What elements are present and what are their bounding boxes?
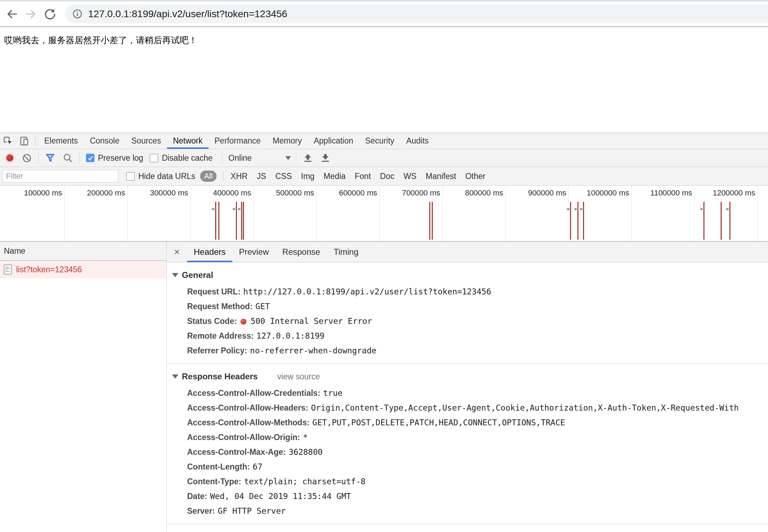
details-tab-response[interactable]: Response xyxy=(276,242,327,262)
disable-cache-checkbox[interactable] xyxy=(150,154,158,162)
network-toolbar: Preserve log Disable cache Online xyxy=(0,149,768,167)
devtools-tab-performance[interactable]: Performance xyxy=(208,133,267,149)
header-line: Access-Control-Allow-Methods:GET,PUT,POS… xyxy=(187,415,768,430)
browser-toolbar: 127.0.0.1:8199/api.v2/user/list?token=12… xyxy=(0,0,768,27)
upload-icon xyxy=(303,153,313,163)
devtools-tab-network[interactable]: Network xyxy=(167,133,208,149)
address-bar[interactable]: 127.0.0.1:8199/api.v2/user/list?token=12… xyxy=(65,5,768,23)
general-section: General Request URL:http://127.0.0.1:819… xyxy=(167,262,768,364)
timeline-overview[interactable]: 100000 ms 200000 ms 300000 ms 400000 ms … xyxy=(0,186,768,242)
details-tabbar: × Headers Preview Response Timing xyxy=(167,242,768,262)
devtools-tab-sources[interactable]: Sources xyxy=(125,133,167,149)
view-source-link[interactable]: view source xyxy=(277,372,320,381)
device-toolbar-button[interactable] xyxy=(16,133,32,149)
forward-button[interactable] xyxy=(24,7,38,21)
header-line: Access-Control-Allow-Credentials:true xyxy=(187,386,768,400)
filter-type-manifest[interactable]: Manifest xyxy=(426,172,456,181)
filter-type-media[interactable]: Media xyxy=(324,172,346,181)
network-filter-bar: Hide data URLs All XHR JS CSS Img Media … xyxy=(0,167,768,186)
devtools-panel: Elements Console Sources Network Perform… xyxy=(0,133,768,532)
header-line: Access-Control-Max-Age:3628800 xyxy=(187,445,768,459)
timeline-filler xyxy=(758,186,768,241)
hide-data-urls-label[interactable]: Hide data URLs xyxy=(138,172,195,181)
document-icon xyxy=(4,264,12,275)
device-icon xyxy=(19,136,29,146)
filter-type-ws[interactable]: WS xyxy=(403,172,416,181)
filter-type-other[interactable]: Other xyxy=(465,172,485,181)
filter-toggle-button[interactable] xyxy=(45,153,55,163)
filter-type-img[interactable]: Img xyxy=(301,172,315,181)
filter-type-xhr[interactable]: XHR xyxy=(231,172,248,181)
collapse-triangle-icon[interactable] xyxy=(172,273,178,277)
timeline-tick: 200000 ms xyxy=(65,186,128,241)
url-text[interactable]: 127.0.0.1:8199/api.v2/user/list?token=12… xyxy=(88,8,287,20)
network-main: Name list?token=123456 × Headers xyxy=(0,242,768,532)
filter-type-css[interactable]: CSS xyxy=(275,172,292,181)
preserve-log-label[interactable]: Preserve log xyxy=(98,153,143,163)
devtools-tab-elements[interactable]: Elements xyxy=(38,133,84,149)
devtools-tab-application[interactable]: Application xyxy=(308,133,359,149)
general-section-title: General xyxy=(182,270,213,280)
devtools-tab-security[interactable]: Security xyxy=(359,133,400,149)
inspect-cursor-icon xyxy=(3,136,13,146)
collapse-triangle-icon[interactable] xyxy=(172,374,178,379)
requests-table-header[interactable]: Name xyxy=(0,242,166,261)
export-har-button[interactable] xyxy=(320,153,330,163)
filter-type-font[interactable]: Font xyxy=(355,172,371,181)
hide-data-urls-checkbox[interactable] xyxy=(126,172,135,181)
record-button[interactable] xyxy=(6,154,13,161)
timeline-request-dot xyxy=(700,208,703,210)
timeline-event-bar xyxy=(218,202,219,240)
timeline-tick: 300000 ms xyxy=(128,186,191,241)
devtools-tabbar: Elements Console Sources Network Perform… xyxy=(0,133,768,149)
search-icon xyxy=(63,153,73,163)
details-tab-preview[interactable]: Preview xyxy=(232,242,276,262)
filter-type-all[interactable]: All xyxy=(200,171,216,182)
import-har-button[interactable] xyxy=(303,153,313,163)
status-error-dot xyxy=(240,319,246,325)
header-line: Content-Length:67 xyxy=(187,459,768,474)
devtools-tab-audits[interactable]: Audits xyxy=(400,133,435,149)
header-line: Date:Wed, 04 Dec 2019 11:35:44 GMT xyxy=(187,489,768,504)
divider xyxy=(223,171,223,181)
timeline-tick: 500000 ms xyxy=(254,186,317,241)
request-name: list?token=123456 xyxy=(16,265,82,274)
inspect-element-button[interactable] xyxy=(0,133,16,149)
timeline-tick: 1100000 ms xyxy=(632,186,695,241)
timeline-event-bar xyxy=(729,202,730,240)
headers-view: General Request URL:http://127.0.0.1:819… xyxy=(167,262,768,532)
server-error-message: 哎哟我去，服务器居然开小差了，请稍后再试吧！ xyxy=(0,27,768,53)
header-line: Request URL:http://127.0.0.1:8199/api.v2… xyxy=(187,284,768,299)
search-button[interactable] xyxy=(63,153,73,163)
request-details-panel: × Headers Preview Response Timing Genera… xyxy=(167,242,768,532)
request-row[interactable]: list?token=123456 xyxy=(0,261,166,278)
header-line: Status Code:500 Internal Server Error xyxy=(187,314,768,328)
divider xyxy=(38,153,39,163)
timeline-request-dot xyxy=(212,208,214,210)
timeline-event-bar xyxy=(215,202,216,240)
clear-button[interactable] xyxy=(22,153,32,163)
filter-type-doc[interactable]: Doc xyxy=(380,172,395,181)
throttling-select[interactable]: Online xyxy=(229,153,291,163)
timeline-request-dot xyxy=(567,208,569,210)
forward-arrow-icon xyxy=(25,8,37,20)
filter-type-js[interactable]: JS xyxy=(257,172,266,181)
info-icon[interactable] xyxy=(73,9,82,19)
funnel-icon xyxy=(45,153,55,163)
devtools-tab-console[interactable]: Console xyxy=(84,133,125,149)
back-arrow-icon xyxy=(6,8,18,20)
details-tab-headers[interactable]: Headers xyxy=(187,242,232,262)
reload-button[interactable] xyxy=(43,7,57,21)
close-details-button[interactable]: × xyxy=(167,242,187,262)
disable-cache-label[interactable]: Disable cache xyxy=(162,153,212,163)
devtools-tab-memory[interactable]: Memory xyxy=(267,133,308,149)
divider xyxy=(296,153,296,163)
chevron-down-icon xyxy=(285,156,291,160)
throttling-value: Online xyxy=(229,153,252,163)
back-button[interactable] xyxy=(5,7,19,21)
details-tab-timing[interactable]: Timing xyxy=(327,242,365,262)
preserve-log-checkbox[interactable] xyxy=(86,154,94,162)
request-headers-section: Request Headers view source xyxy=(167,524,768,532)
download-icon xyxy=(320,153,330,163)
network-filter-input[interactable] xyxy=(2,170,118,182)
